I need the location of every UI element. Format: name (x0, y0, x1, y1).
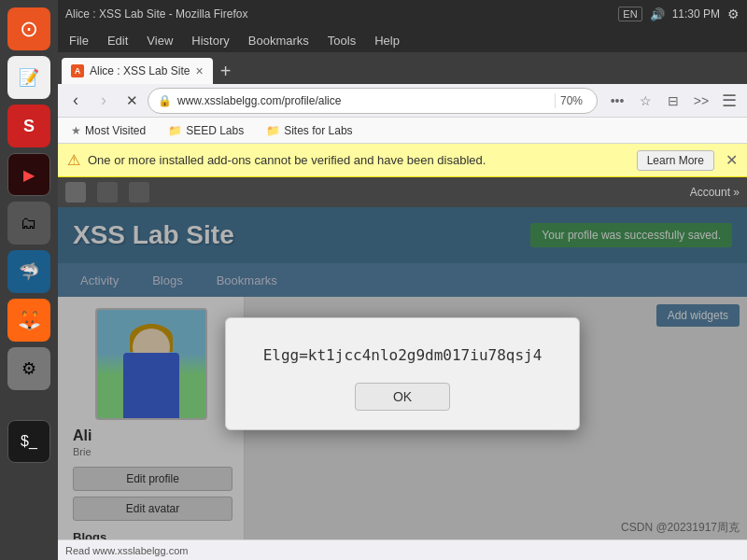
star-icon: ★ (71, 124, 81, 137)
active-tab[interactable]: A Alice : XSS Lab Site × (62, 58, 213, 84)
modal-overlay: Elgg=kt1jcc4nlo2g9dm017iu78qsj4 OK (58, 207, 747, 539)
terminal-icon[interactable]: ▶ (7, 153, 50, 196)
menu-edit[interactable]: Edit (100, 32, 135, 49)
files-icon[interactable]: 🗂 (7, 202, 50, 245)
warning-close-button[interactable]: ✕ (726, 151, 738, 169)
folder-icon-1: 📁 (168, 124, 182, 137)
warning-message: One or more installed add-ons cannot be … (88, 153, 629, 167)
hamburger-button[interactable]: ☰ (717, 89, 741, 113)
toolbar-icon-1[interactable] (65, 182, 86, 203)
warning-bar: ⚠ One or more installed add-ons cannot b… (58, 144, 747, 177)
bookmark-list-button[interactable]: ⊟ (661, 89, 685, 113)
system-settings-icon: ⚙ (727, 7, 740, 21)
s-icon[interactable]: S (7, 105, 50, 147)
menu-tools[interactable]: Tools (320, 32, 363, 49)
url-text: www.xsslabelgg.com/profile/alice (177, 94, 549, 107)
modal-message: Elgg=kt1jcc4nlo2g9dm017iu78qsj4 (263, 346, 543, 364)
extensions-button[interactable]: >> (689, 89, 713, 113)
title-bar: Alice : XSS Lab Site - Mozilla Firefox E… (58, 0, 747, 28)
volume-icon: 🔊 (650, 7, 665, 21)
folder-icon-2: 📁 (266, 124, 280, 137)
tab-close-button[interactable]: × (195, 63, 203, 78)
menu-history[interactable]: History (184, 32, 236, 49)
lock-icon: 🔒 (158, 94, 172, 107)
url-bar[interactable]: 🔒 www.xsslabelgg.com/profile/alice 70% (148, 88, 598, 114)
bookmarks-bar: ★ Most Visited 📁 SEED Labs 📁 Sites for L… (58, 118, 747, 144)
os-sidebar: ⊙ 📝 S ▶ 🗂 🦈 🦊 ⚙ $_ (0, 0, 58, 560)
menu-file[interactable]: File (62, 32, 96, 49)
learn-more-button[interactable]: Learn More (637, 150, 714, 171)
most-visited-label: Most Visited (85, 124, 146, 137)
toolbar-icon-3[interactable] (129, 182, 149, 203)
sites-for-labs-bookmark[interactable]: 📁 Sites for Labs (261, 122, 358, 139)
alert-dialog: Elgg=kt1jcc4nlo2g9dm017iu78qsj4 OK (225, 317, 581, 430)
seed-labs-label: SEED Labs (186, 124, 244, 137)
forward-button[interactable]: › (92, 89, 116, 113)
most-visited-bookmark[interactable]: ★ Most Visited (65, 122, 151, 139)
modal-ok-button[interactable]: OK (355, 383, 450, 411)
nav-extras: ••• ☆ ⊟ >> ☰ (605, 89, 741, 113)
settings-icon[interactable]: ⚙ (7, 347, 50, 390)
account-link[interactable]: Account » (690, 186, 740, 199)
sites-for-labs-label: Sites for Labs (284, 124, 352, 137)
tab-title: Alice : XSS Lab Site (90, 64, 190, 77)
back-button[interactable]: ‹ (63, 89, 88, 113)
new-tab-button[interactable]: + (213, 58, 239, 84)
ubuntu-icon[interactable]: ⊙ (7, 7, 50, 50)
site-toolbar: Account » (58, 177, 747, 207)
tab-bar: A Alice : XSS Lab Site × + (58, 52, 747, 84)
title-bar-title: Alice : XSS Lab Site - Mozilla Firefox (65, 7, 611, 21)
terminal-app-icon[interactable]: $_ (7, 420, 50, 463)
system-time: 11:30 PM (672, 7, 720, 21)
modal-buttons: OK (263, 383, 543, 411)
seed-labs-bookmark[interactable]: 📁 SEED Labs (162, 122, 249, 139)
status-bar: Read www.xsslabelgg.com (58, 539, 747, 560)
wireshark-icon[interactable]: 🦈 (7, 250, 50, 293)
menu-bookmarks[interactable]: Bookmarks (241, 32, 317, 49)
warning-triangle-icon: ⚠ (67, 151, 80, 169)
page-content: XSS Lab Site Your profile was successful… (58, 207, 747, 539)
nav-bar: ‹ › ✕ 🔒 www.xsslabelgg.com/profile/alice… (58, 84, 747, 118)
status-text: Read www.xsslabelgg.com (65, 545, 188, 556)
browser-window: Alice : XSS Lab Site - Mozilla Firefox E… (58, 0, 747, 560)
reload-button[interactable]: ✕ (120, 89, 144, 113)
tab-favicon: A (71, 64, 84, 77)
firefox-icon[interactable]: 🦊 (7, 299, 50, 342)
toolbar-icon-2[interactable] (97, 182, 118, 203)
menu-help[interactable]: Help (367, 32, 407, 49)
keyboard-indicator: EN (618, 7, 641, 21)
menu-view[interactable]: View (139, 32, 180, 49)
zoom-level: 70% (555, 93, 587, 108)
menu-bar: File Edit View History Bookmarks Tools H… (58, 28, 747, 52)
more-button[interactable]: ••• (605, 89, 629, 113)
bookmark-star-button[interactable]: ☆ (633, 89, 657, 113)
text-editor-icon[interactable]: 📝 (7, 56, 50, 99)
